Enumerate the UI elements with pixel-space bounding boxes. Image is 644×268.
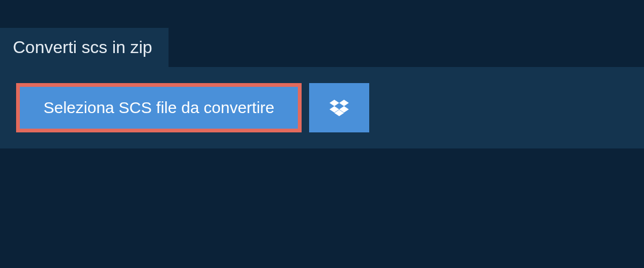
file-select-row: Seleziona SCS file da convertire — [16, 83, 628, 132]
select-file-label: Seleziona SCS file da convertire — [43, 99, 274, 117]
converter-panel: Seleziona SCS file da convertire — [0, 67, 644, 148]
tab-header: Converti scs in zip — [0, 28, 169, 67]
tab-title: Converti scs in zip — [13, 38, 152, 57]
select-file-button[interactable]: Seleziona SCS file da convertire — [16, 83, 302, 132]
dropbox-icon — [330, 98, 349, 117]
dropbox-button[interactable] — [309, 83, 369, 132]
